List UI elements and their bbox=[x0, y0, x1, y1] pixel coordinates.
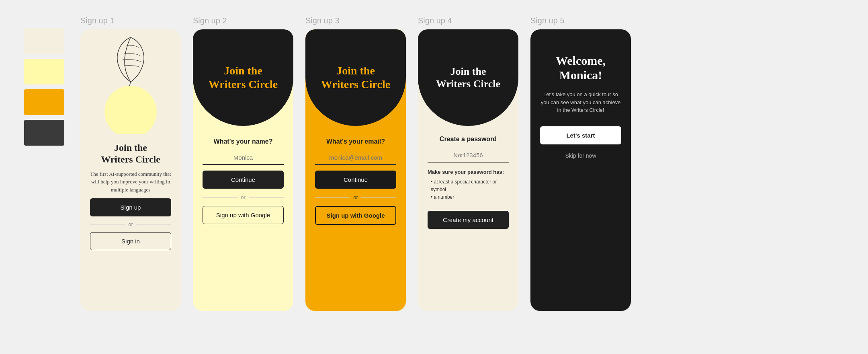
color-swatches bbox=[24, 28, 64, 146]
hint-item-2: a number bbox=[431, 193, 509, 201]
screen-2: Join theWriters Circle What's your name?… bbox=[193, 29, 293, 311]
swatch-orange bbox=[24, 89, 64, 115]
screen-3-header: Join theWriters Circle bbox=[305, 29, 406, 126]
screens-container: Sign up 1 bbox=[80, 16, 844, 311]
password-hint: Make sure your password has: at least a … bbox=[428, 168, 509, 201]
screen-3-body: What's your email? Continue or Sign up w… bbox=[305, 126, 406, 237]
screen-2-question: What's your name? bbox=[214, 138, 273, 145]
screen-2-header: Join theWriters Circle bbox=[193, 29, 293, 126]
screen-1-subtitle: The first AI-supported community that wi… bbox=[90, 170, 171, 194]
screen-1-label: Sign up 1 bbox=[80, 16, 115, 25]
screen-1: Join theWriters Circle The first AI-supp… bbox=[80, 29, 181, 311]
google-button-2[interactable]: Sign up with Google bbox=[203, 206, 284, 224]
screen-5: Welcome, Monica! Let's take you on a qui… bbox=[530, 29, 631, 311]
welcome-subtitle: Let's take you on a quick tour so you ca… bbox=[540, 91, 621, 114]
screen-3: Join theWriters Circle What's your email… bbox=[305, 29, 406, 311]
continue-button-3[interactable]: Continue bbox=[315, 171, 396, 189]
swatch-dark bbox=[24, 120, 64, 146]
or-divider-2: or bbox=[203, 194, 284, 200]
screen-1-top bbox=[80, 29, 181, 134]
lets-start-button[interactable]: Let's start bbox=[540, 126, 621, 144]
feather-icon bbox=[113, 33, 149, 86]
screen-4: Join theWriters Circle Create a password… bbox=[418, 29, 518, 311]
screen-2-body: What's your name? Continue or Sign up wi… bbox=[193, 126, 293, 236]
password-input[interactable] bbox=[428, 148, 509, 163]
welcome-title: Welcome, Monica! bbox=[540, 54, 621, 82]
signup-button[interactable]: Sign up bbox=[90, 198, 171, 216]
screen-3-wrapper: Sign up 3 Join theWriters Circle What's … bbox=[305, 16, 406, 311]
hint-title: Make sure your password has: bbox=[428, 168, 509, 177]
screen-5-label: Sign up 5 bbox=[530, 16, 565, 25]
name-input[interactable] bbox=[203, 151, 284, 165]
screen-3-title: Join theWriters Circle bbox=[321, 64, 390, 91]
hint-list: at least a special character or symbol a… bbox=[428, 178, 509, 202]
screen-4-label: Sign up 4 bbox=[418, 16, 452, 25]
screen-4-wrapper: Sign up 4 Join theWriters Circle Create … bbox=[418, 16, 518, 311]
screen-4-title: Join theWriters Circle bbox=[436, 65, 500, 90]
screen-4-question: Create a password bbox=[440, 136, 497, 143]
sun-decoration bbox=[104, 86, 157, 134]
continue-button-2[interactable]: Continue bbox=[203, 171, 284, 189]
swatch-cream bbox=[24, 28, 64, 54]
screen-4-header: Join theWriters Circle bbox=[418, 29, 518, 126]
skip-link[interactable]: Skip for now bbox=[565, 152, 596, 159]
email-input[interactable] bbox=[315, 151, 396, 165]
screen-3-label: Sign up 3 bbox=[305, 16, 340, 25]
screen-1-body: Join theWriters Circle The first AI-supp… bbox=[80, 134, 181, 311]
screen-1-wrapper: Sign up 1 bbox=[80, 16, 181, 311]
screen-5-body: Welcome, Monica! Let's take you on a qui… bbox=[530, 29, 631, 311]
screen-5-wrapper: Sign up 5 Welcome, Monica! Let's take yo… bbox=[530, 16, 631, 311]
create-account-button[interactable]: Create my account bbox=[428, 211, 509, 229]
or-divider-3: or bbox=[315, 194, 396, 200]
swatch-light-yellow bbox=[24, 59, 64, 84]
screen-1-title: Join theWriters Circle bbox=[101, 142, 160, 165]
screen-4-body: Create a password Make sure your passwor… bbox=[418, 126, 518, 239]
screen-2-title: Join theWriters Circle bbox=[209, 64, 278, 91]
main-layout: Sign up 1 bbox=[24, 16, 844, 338]
or-divider-1: or bbox=[90, 221, 171, 227]
signin-button[interactable]: Sign in bbox=[90, 232, 171, 250]
screen-2-label: Sign up 2 bbox=[193, 16, 227, 25]
screen-3-question: What's your email? bbox=[326, 138, 385, 145]
hint-item-1: at least a special character or symbol bbox=[431, 178, 509, 193]
screen-2-wrapper: Sign up 2 Join theWriters Circle What's … bbox=[193, 16, 293, 311]
google-button-3[interactable]: Sign up with Google bbox=[315, 206, 396, 225]
